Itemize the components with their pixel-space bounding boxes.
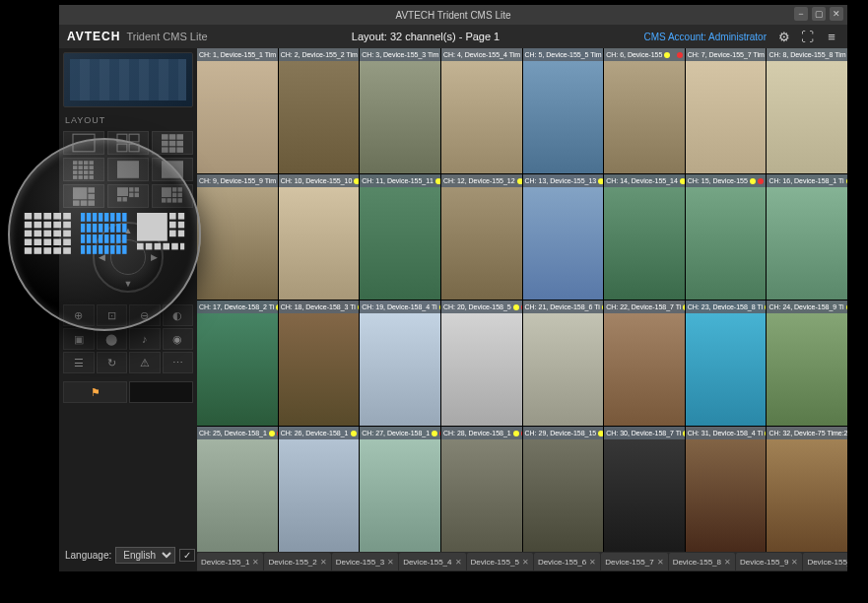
audio-button[interactable]: ♪	[129, 328, 161, 350]
tab-close-icon[interactable]: ✕	[387, 558, 394, 567]
close-button[interactable]: ✕	[830, 7, 843, 21]
fullscreen-icon[interactable]: ⛶	[800, 29, 816, 44]
device-tab-4[interactable]: Device-155_4✕	[399, 553, 465, 570]
focus-button[interactable]: ⊡	[97, 304, 128, 326]
camera-tile-29[interactable]: CH: 29, Device-158_15	[523, 427, 604, 552]
camera-tile-25[interactable]: CH: 25, Device-158_1	[197, 427, 278, 552]
camera-tile-1[interactable]: CH: 1, Device-155_1 Tim	[197, 48, 278, 173]
camera-tile-23[interactable]: CH: 23, Device-158_8 Ti	[686, 301, 767, 426]
svg-rect-7	[176, 134, 183, 140]
layout-1+5[interactable]	[63, 184, 104, 208]
language-select[interactable]: English	[115, 547, 175, 564]
preview-thumb[interactable]	[63, 52, 193, 107]
tab-close-icon[interactable]: ✕	[724, 558, 731, 567]
camera-tile-19[interactable]: CH: 19, Device-158_4 Ti	[360, 301, 440, 426]
settings-icon[interactable]: ⚙	[776, 29, 792, 44]
camera-tile-9[interactable]: CH: 9, Device-155_9 Tim	[197, 174, 278, 300]
camera-label: CH: 14, Device-155_14	[604, 174, 685, 187]
camera-tile-30[interactable]: CH: 30, Device-158_7 Ti	[604, 427, 685, 552]
camera-tile-32[interactable]: CH: 32, Device-75 Time:20	[767, 427, 847, 552]
camera-tile-8[interactable]: CH: 8, Device-155_8 Tim	[767, 48, 847, 173]
camera-tile-12[interactable]: CH: 12, Device-155_12	[441, 174, 522, 300]
camera-tile-22[interactable]: CH: 22, Device-158_7 Ti	[604, 301, 685, 426]
layout-5x5[interactable]	[107, 158, 149, 181]
ptz-control[interactable]: ▲ ▼ ◀ ▶	[63, 218, 193, 297]
maximize-button[interactable]: ▢	[812, 7, 826, 21]
blank-button[interactable]	[129, 381, 193, 403]
device-tabs: Device-155_1✕Device-155_2✕Device-155_3✕D…	[197, 552, 847, 571]
camera-tile-10[interactable]: CH: 10, Device-155_10	[279, 174, 360, 300]
tab-close-icon[interactable]: ✕	[455, 558, 462, 567]
device-tab-6[interactable]: Device-155_6✕	[534, 553, 600, 570]
tab-close-icon[interactable]: ✕	[589, 558, 596, 567]
tour-button[interactable]: ↻	[97, 352, 128, 373]
layout-1x1[interactable]	[63, 131, 104, 155]
alarm-button[interactable]: ⚠	[129, 352, 161, 373]
ptz-joystick[interactable]: ▲ ▼ ◀ ▶	[93, 222, 164, 293]
camera-tile-27[interactable]: CH: 27, Device-158_1	[360, 427, 440, 552]
camera-label: CH: 32, Device-75 Time:20	[767, 427, 847, 439]
snapshot-button[interactable]: ▣	[63, 328, 95, 350]
camera-tile-6[interactable]: CH: 6, Device-155	[604, 48, 685, 173]
mic-button[interactable]: ◉	[163, 328, 194, 350]
tab-close-icon[interactable]: ✕	[791, 558, 798, 567]
camera-tile-2[interactable]: CH: 2, Device-155_2 Tim	[279, 48, 360, 173]
more-button[interactable]: ⋯	[163, 352, 194, 373]
device-tab-10[interactable]: Device-155_10✕	[803, 553, 847, 570]
camera-tile-26[interactable]: CH: 26, Device-158_1	[279, 427, 360, 552]
svg-rect-54	[25, 213, 33, 220]
ptz-right-icon[interactable]: ▶	[151, 252, 158, 262]
account-link[interactable]: CMS Account: Administrator	[643, 32, 767, 42]
camera-tile-3[interactable]: CH: 3, Device-155_3 Tim	[360, 48, 440, 173]
camera-tile-14[interactable]: CH: 14, Device-155_14	[604, 174, 685, 300]
tab-close-icon[interactable]: ✕	[522, 558, 529, 567]
camera-tile-15[interactable]: CH: 15, Device-155	[686, 174, 767, 300]
minimize-button[interactable]: −	[794, 7, 808, 21]
camera-tile-13[interactable]: CH: 13, Device-155_13	[523, 174, 604, 300]
recording-icon	[846, 178, 847, 184]
camera-tile-18[interactable]: CH: 18, Device-158_3 Ti	[279, 301, 360, 426]
camera-label: CH: 11, Device-155_11	[360, 174, 440, 187]
device-tab-2[interactable]: Device-155_2✕	[264, 553, 330, 570]
camera-tile-7[interactable]: CH: 7, Device-155_7 Tim	[686, 48, 767, 173]
language-confirm-icon[interactable]: ✓	[179, 549, 195, 562]
camera-tile-28[interactable]: CH: 28, Device-158_1	[441, 427, 522, 552]
zoom-out-button[interactable]: ⊖	[129, 304, 161, 326]
tab-close-icon[interactable]: ✕	[657, 558, 664, 567]
layout-1+11[interactable]	[152, 184, 193, 208]
camera-tile-11[interactable]: CH: 11, Device-155_11	[360, 174, 440, 300]
layout-1+7[interactable]	[107, 184, 149, 208]
ptz-up-icon[interactable]: ▲	[124, 226, 133, 235]
menu-icon[interactable]: ≡	[824, 29, 839, 44]
ptz-left-icon[interactable]: ◀	[99, 252, 105, 262]
svg-rect-46	[172, 187, 176, 191]
camera-tile-24[interactable]: CH: 24, Device-158_9 Ti	[767, 301, 847, 426]
zoom-in-button[interactable]: ⊕	[63, 304, 95, 326]
svg-rect-31	[162, 161, 183, 178]
record-button[interactable]: ⬤	[97, 328, 128, 350]
layout-8x4[interactable]	[152, 158, 193, 181]
camera-tile-5[interactable]: CH: 5, Device-155_5 Tim	[523, 48, 604, 173]
device-tab-8[interactable]: Device-155_8✕	[669, 553, 735, 570]
tab-close-icon[interactable]: ✕	[252, 558, 259, 567]
layout-2x2[interactable]	[107, 131, 149, 155]
layout-4x4[interactable]	[63, 158, 104, 181]
flag-button[interactable]: ⚑	[63, 381, 127, 403]
iris-button[interactable]: ◐	[163, 304, 194, 326]
tab-close-icon[interactable]: ✕	[320, 558, 327, 567]
layout-3x3[interactable]	[152, 131, 193, 155]
preset-button[interactable]: ☰	[63, 352, 95, 373]
camera-tile-17[interactable]: CH: 17, Device-158_2 Ti	[197, 301, 278, 426]
camera-tile-21[interactable]: CH: 21, Device-158_6 Ti	[523, 301, 604, 426]
device-tab-3[interactable]: Device-155_3✕	[332, 553, 398, 570]
svg-rect-64	[25, 231, 33, 237]
device-tab-7[interactable]: Device-155_7✕	[601, 553, 667, 570]
camera-tile-20[interactable]: CH: 20, Device-158_5	[441, 301, 522, 426]
camera-tile-31[interactable]: CH: 31, Device-158_4 Ti	[686, 427, 767, 552]
device-tab-5[interactable]: Device-155_5✕	[467, 553, 533, 570]
device-tab-1[interactable]: Device-155_1✕	[197, 553, 263, 570]
ptz-down-icon[interactable]: ▼	[124, 279, 133, 289]
camera-tile-4[interactable]: CH: 4, Device-155_4 Tim	[441, 48, 522, 173]
device-tab-9[interactable]: Device-155_9✕	[736, 553, 802, 570]
camera-tile-16[interactable]: CH: 16, Device-158_1 Ti	[767, 174, 847, 300]
